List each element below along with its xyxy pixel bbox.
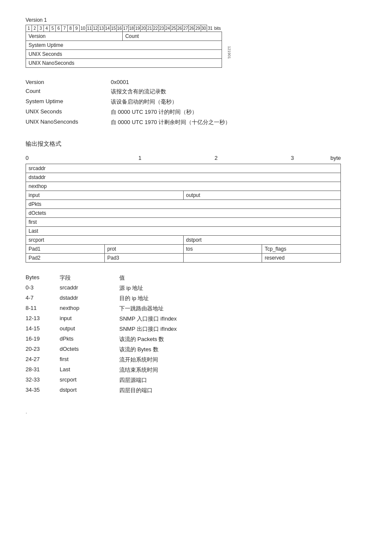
field-name-version: Version [26, 78, 102, 87]
output-row-input-output: input output [26, 191, 341, 200]
output-cell-tcp-flags: Tcp_flags [262, 245, 341, 254]
bottom-dot: . [26, 408, 366, 415]
value-dpkts-2: 该流的 Packets 数 [111, 334, 177, 344]
field-system-uptime: System Uptime 该设备启动的时间（毫秒） [26, 97, 231, 107]
bytes-row-32-33: 32-33 srcport 四层源端口 [26, 375, 177, 385]
output-row-dstaddr: dstaddr [26, 173, 341, 182]
byte-pos-0: 0 [26, 155, 102, 161]
fields-table: Version 0x0001 Count 该报文含有的流记录数 System U… [26, 78, 231, 127]
bytes-row-34-35: 34-35 dstport 四层目的端口 [26, 385, 177, 396]
unix-seconds-row: UNIX Seconds [26, 50, 222, 59]
field-output-2: output [60, 324, 111, 334]
bytes-header-row: Bytes 字段 值 [26, 273, 177, 283]
bytes-row-14-15: 14-15 output SNMP 出口接口 ifIndex [26, 324, 177, 334]
byte-pos-3: 3 [254, 155, 331, 161]
bytes-4-7: 4-7 [26, 293, 60, 304]
system-uptime-row: System Uptime [26, 41, 222, 50]
system-uptime-cell: System Uptime [26, 41, 222, 50]
bytes-row-28-31: 28-31 Last 流结束系统时间 [26, 365, 177, 375]
field-value-count: 该报文含有的流记录数 [102, 87, 231, 97]
output-cell-dstaddr: dstaddr [26, 173, 341, 182]
output-row-last: Last [26, 227, 341, 236]
unix-seconds-cell: UNIX Seconds [26, 50, 222, 59]
version-cell: Version [26, 32, 123, 41]
field-nexthop-2: nexthop [60, 304, 111, 314]
value-dstport-2: 四层目的端口 [111, 385, 177, 396]
output-cell-pad2: Pad2 [26, 254, 105, 263]
bytes-row-12-13: 12-13 input SNMP 入口接口 ifIndex [26, 314, 177, 324]
version1-section: Version 1 1 2 3 4 5 6 7 8 9 10 11 12 [26, 17, 366, 69]
count-cell: Count [122, 32, 222, 41]
output-row-dpkts: dPkts [26, 200, 341, 209]
bytes-row-24-27: 24-27 first 流开始系统时间 [26, 355, 177, 365]
field-first-2: first [60, 355, 111, 365]
output-row-pad1-prot-tos-tcpflags: Pad1 prot tos Tcp_flags [26, 245, 341, 254]
bytes-row-4-7: 4-7 dstaddr 目的 ip 地址 [26, 293, 177, 304]
bytes-row-8-11: 8-11 nexthop 下一跳路由器地址 [26, 304, 177, 314]
bytes-description-table: Bytes 字段 值 0-3 srcaddr 源 ip 地址 4-7 dstad… [26, 273, 177, 396]
output-row-pad2-pad3-reserved: Pad2 Pad3 reserved [26, 254, 341, 263]
output-cell-doctets: dOctets [26, 209, 341, 218]
bytes-row-0-3: 0-3 srcaddr 源 ip 地址 [26, 283, 177, 293]
output-cell-output: output [183, 191, 341, 200]
field-count: Count 该报文含有的流记录数 [26, 87, 231, 97]
value-col-header: 值 [111, 273, 177, 283]
byte-position-header: 0 1 2 3 byte [26, 155, 341, 161]
field-srcaddr-2: srcaddr [60, 283, 111, 293]
field-version: Version 0x0001 [26, 78, 231, 87]
bytes-14-15: 14-15 [26, 324, 60, 334]
value-nexthop-2: 下一跳路由器地址 [111, 304, 177, 314]
bytes-8-11: 8-11 [26, 304, 60, 314]
unix-nanoseconds-row: UNIX NanoSeconds [26, 59, 222, 68]
value-srcport-2: 四层源端口 [111, 375, 177, 385]
output-row-nexthop: nexthop [26, 182, 341, 191]
bytes-24-27: 24-27 [26, 355, 60, 365]
value-dstaddr-2: 目的 ip 地址 [111, 293, 177, 304]
bytes-row-16-19: 16-19 dPkts 该流的 Packets 数 [26, 334, 177, 344]
output-cell-reserved: reserved [262, 254, 341, 263]
field-name-unix-seconds: UNIX Seconds [26, 107, 102, 117]
output-row-first: first [26, 218, 341, 227]
bytes-20-23: 20-23 [26, 344, 60, 355]
unix-nanoseconds-cell: UNIX NanoSeconds [26, 59, 222, 68]
output-cell-prot: prot [104, 245, 183, 254]
bit-numbers-row: 1 2 3 4 5 6 7 8 9 10 11 12 13 14 15 16 1 [26, 25, 222, 32]
output-row-doctets: dOctets [26, 209, 341, 218]
version-count-row: Version Count [26, 32, 222, 41]
field-last-2: Last [60, 365, 111, 375]
value-srcaddr-2: 源 ip 地址 [111, 283, 177, 293]
byte-unit: byte [330, 155, 341, 161]
field-dstport-2: dstport [60, 385, 111, 396]
field-dstaddr-2: dstaddr [60, 293, 111, 304]
field-value-version: 0x0001 [102, 78, 231, 87]
field-unix-nanoseconds: UNIX NanoSenconds 自 0000 UTC 1970 计剩余时间（… [26, 117, 231, 127]
field-value-system-uptime: 该设备启动的时间（毫秒） [102, 97, 231, 107]
output-cell-dstport: dstport [183, 236, 341, 245]
version1-label: Version 1 [26, 17, 366, 23]
field-input-2: input [60, 314, 111, 324]
value-input-2: SNMP 入口接口 ifIndex [111, 314, 177, 324]
field-col-header: 字段 [60, 273, 111, 283]
bytes-row-20-23: 20-23 dOctets 该流的 Bytes 数 [26, 344, 177, 355]
output-format-title: 输出报文格式 [26, 140, 366, 148]
value-last-2: 流结束系统时间 [111, 365, 177, 375]
output-cell-last: Last [26, 227, 341, 236]
output-cell-empty [183, 254, 262, 263]
output-cell-srcport: srcport [26, 236, 184, 245]
value-first-2: 流开始系统时间 [111, 355, 177, 365]
bytes-32-33: 32-33 [26, 375, 60, 385]
field-dpkts-2: dPkts [60, 334, 111, 344]
field-name-system-uptime: System Uptime [26, 97, 102, 107]
bytes-col-header: Bytes [26, 273, 60, 283]
output-cell-dpkts: dPkts [26, 200, 341, 209]
field-unix-seconds: UNIX Seconds 自 0000 UTC 1970 计的时间（秒） [26, 107, 231, 117]
bytes-0-3: 0-3 [26, 283, 60, 293]
field-name-count: Count [26, 87, 102, 97]
output-cell-nexthop: nexthop [26, 182, 341, 191]
value-output-2: SNMP 出口接口 ifIndex [111, 324, 177, 334]
bytes-34-35: 34-35 [26, 385, 60, 396]
side-note: 121901 [227, 46, 231, 59]
field-srcport-2: srcport [60, 375, 111, 385]
byte-pos-2: 2 [178, 155, 254, 161]
value-doctets-2: 该流的 Bytes 数 [111, 344, 177, 355]
